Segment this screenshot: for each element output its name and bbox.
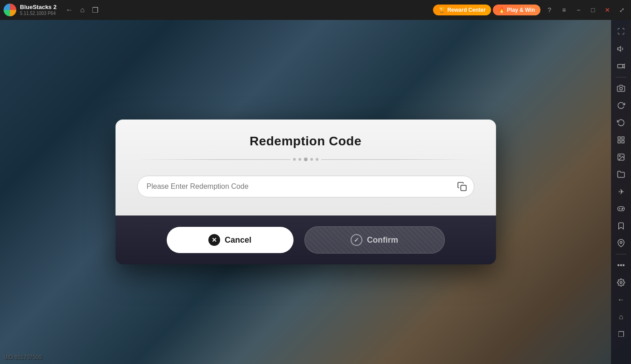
airplane-icon[interactable]: ✈ xyxy=(613,183,629,200)
top-bar-left: BlueStacks 2 5.11.52.1003 P64 ← ⌂ ❐ xyxy=(0,4,433,16)
cancel-icon: ✕ xyxy=(208,234,220,246)
apps-icon[interactable] xyxy=(613,132,629,148)
sidebar-copy-icon[interactable]: ❐ xyxy=(613,326,629,342)
svg-point-14 xyxy=(620,282,622,284)
video-icon[interactable] xyxy=(613,58,629,74)
right-sidebar: ⛶ ✈ ••• ← ⌂ ❐ xyxy=(611,20,631,364)
divider-dot-4 xyxy=(310,158,313,161)
top-bar-center: 🏆 Reward Center 🔥 Play & Win xyxy=(433,5,540,15)
divider-line-left xyxy=(137,159,290,160)
app-name: BlueStacks 2 xyxy=(20,4,57,11)
divider-dot-5 xyxy=(316,158,318,161)
svg-rect-1 xyxy=(618,64,623,68)
input-row xyxy=(137,176,474,197)
modal-divider xyxy=(137,158,474,161)
svg-marker-2 xyxy=(623,64,625,68)
sidebar-back-icon[interactable]: ← xyxy=(613,292,629,308)
svg-rect-10 xyxy=(618,207,625,211)
confirm-icon: ✓ xyxy=(351,234,362,246)
svg-marker-0 xyxy=(618,47,621,52)
modal-upper: Redemption Code xyxy=(116,120,496,216)
play-emoji: 🔥 xyxy=(498,7,505,13)
volume-icon[interactable] xyxy=(613,41,629,57)
svg-rect-7 xyxy=(618,141,620,143)
svg-rect-4 xyxy=(618,137,620,139)
sidebar-divider-2 xyxy=(616,254,626,254)
media-icon[interactable] xyxy=(613,149,629,165)
divider-dot-center xyxy=(304,158,308,161)
svg-point-3 xyxy=(620,87,622,90)
top-bar: BlueStacks 2 5.11.52.1003 P64 ← ⌂ ❐ 🏆 Re… xyxy=(0,0,631,20)
maximize-button[interactable]: □ xyxy=(588,5,598,15)
top-bar-right: ? ≡ − □ ✕ ⤢ xyxy=(540,5,631,15)
bluestacks-logo xyxy=(4,4,16,16)
app-name-block: BlueStacks 2 5.11.52.1003 P64 xyxy=(20,4,57,16)
modal-overlay: Redemption Code xyxy=(0,20,611,364)
cancel-button[interactable]: ✕ Cancel xyxy=(167,227,294,253)
confirm-button[interactable]: ✓ Confirm xyxy=(304,226,445,254)
svg-point-12 xyxy=(622,209,623,210)
play-win-button[interactable]: 🔥 Play & Win xyxy=(493,5,540,15)
divider-line-right xyxy=(321,159,474,160)
divider-dot-2 xyxy=(299,158,301,161)
svg-point-13 xyxy=(620,241,622,244)
home-nav-icon[interactable]: ⌂ xyxy=(80,6,85,14)
app-version: 5.11.52.1003 P64 xyxy=(20,11,57,16)
settings-icon[interactable] xyxy=(613,274,629,291)
refresh-icon[interactable] xyxy=(613,97,629,114)
reward-center-button[interactable]: 🏆 Reward Center xyxy=(433,5,491,15)
paste-button[interactable] xyxy=(454,178,470,195)
folder-icon[interactable] xyxy=(613,166,629,182)
rotate-icon[interactable] xyxy=(613,115,629,131)
play-win-label: Play & Win xyxy=(507,7,535,13)
fullscreen-icon[interactable]: ⛶ xyxy=(613,24,629,40)
cancel-label: Cancel xyxy=(225,235,251,245)
svg-point-9 xyxy=(619,155,620,156)
confirm-label: Confirm xyxy=(367,235,398,245)
more-icon[interactable]: ••• xyxy=(613,257,629,273)
svg-rect-15 xyxy=(461,185,466,191)
modal-title: Redemption Code xyxy=(137,134,474,148)
modal-lower: ✕ Cancel ✓ Confirm xyxy=(116,216,496,264)
svg-rect-6 xyxy=(622,141,624,143)
location-icon[interactable] xyxy=(613,235,629,251)
close-button[interactable]: ✕ xyxy=(602,5,613,15)
redemption-modal: Redemption Code xyxy=(116,120,496,264)
svg-rect-5 xyxy=(622,137,624,139)
gamepad-icon[interactable] xyxy=(613,201,629,217)
window-nav-icon[interactable]: ❐ xyxy=(92,6,98,14)
nav-icons: ← ⌂ ❐ xyxy=(60,6,104,14)
expand-button[interactable]: ⤢ xyxy=(617,5,627,15)
help-button[interactable]: ? xyxy=(544,5,555,15)
redemption-code-input[interactable] xyxy=(147,176,454,197)
minimize-button[interactable]: − xyxy=(573,5,584,15)
back-nav-icon[interactable]: ← xyxy=(66,6,73,14)
menu-button[interactable]: ≡ xyxy=(559,5,569,15)
screenshot-icon[interactable] xyxy=(613,80,629,96)
bookmark-icon[interactable] xyxy=(613,218,629,234)
reward-emoji: 🏆 xyxy=(438,7,445,13)
reward-label: Reward Center xyxy=(447,7,486,13)
sidebar-divider-1 xyxy=(616,77,626,77)
divider-dot-1 xyxy=(293,158,296,161)
sidebar-home-icon[interactable]: ⌂ xyxy=(613,309,629,325)
